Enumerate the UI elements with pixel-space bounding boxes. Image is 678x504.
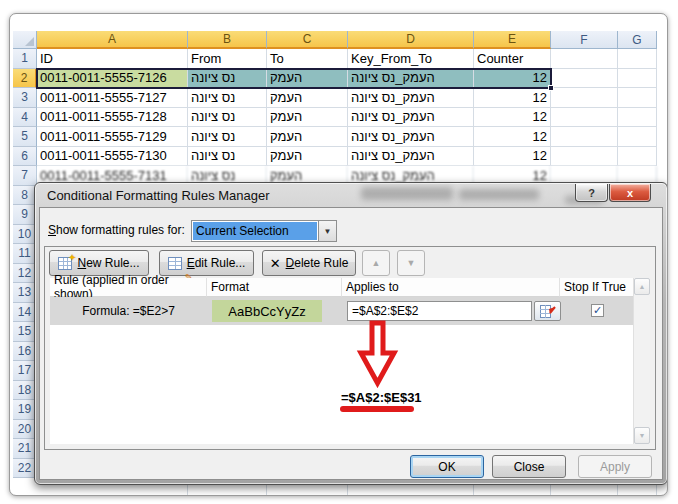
cell-B3[interactable]: נס ציונה xyxy=(188,88,267,108)
column-header-B[interactable]: B xyxy=(188,31,267,49)
range-picker-icon xyxy=(540,305,556,318)
blurred-smudge xyxy=(361,187,453,200)
column-header-D[interactable]: D xyxy=(348,31,474,49)
column-header-A[interactable]: A xyxy=(37,31,188,49)
apply-button[interactable]: Apply xyxy=(578,455,652,478)
annotation-underline xyxy=(340,406,414,412)
edit-rule-icon: ✎ xyxy=(168,257,182,270)
move-rule-up-button[interactable]: ▲ xyxy=(362,250,390,276)
cell-C2[interactable]: העמק xyxy=(267,69,348,89)
range-picker-button[interactable] xyxy=(534,301,561,321)
select-all-icon xyxy=(25,37,34,46)
close-icon[interactable]: x xyxy=(609,184,651,202)
row-header-4[interactable]: 4 xyxy=(13,108,37,128)
column-header-stop-if-true: Stop If True xyxy=(560,278,635,297)
cell-G4[interactable] xyxy=(618,108,657,128)
cell-A2[interactable]: 0011-0011-5555-7126 xyxy=(37,69,188,89)
cell-F4[interactable] xyxy=(551,108,618,128)
cell-D4[interactable]: העמק_נס ציונה xyxy=(348,108,474,128)
cell-C5[interactable]: העמק xyxy=(267,127,348,147)
rules-scope-value: Current Selection xyxy=(193,222,317,240)
annotation-range-text: =$A$2:$E$31 xyxy=(341,390,417,405)
move-up-icon: ▲ xyxy=(372,258,381,268)
move-down-icon: ▼ xyxy=(407,258,416,268)
cell-D3[interactable]: העמק_נס ציונה xyxy=(348,88,474,108)
scroll-up-icon[interactable]: ▲ xyxy=(634,278,650,295)
applies-to-input[interactable]: =$A$2:$E$2 xyxy=(347,301,532,321)
rule-row[interactable]: Formula: =$E2>7 AaBbCcYyZz =$A$2:$E$2 ✓ xyxy=(50,297,635,325)
cell-E2[interactable]: 12 xyxy=(474,69,551,89)
cell-B1[interactable]: From xyxy=(188,49,267,69)
row-header-7[interactable]: 7 xyxy=(13,166,37,186)
cell-C6[interactable]: העמק xyxy=(267,147,348,167)
cell-G3[interactable] xyxy=(618,88,657,108)
column-header-C[interactable]: C xyxy=(267,31,348,49)
column-header-applies-to: Applies to xyxy=(342,278,560,297)
ok-button[interactable]: OK xyxy=(410,455,484,478)
rules-panel: ✦ New Rule... ✎ Edit Rule... ✕ Delete Ru… xyxy=(44,246,656,450)
row-header-2[interactable]: 2 xyxy=(13,69,37,89)
cell-D5[interactable]: העמק_נס ציונה xyxy=(348,127,474,147)
column-header-F[interactable]: F xyxy=(551,31,618,49)
cell-B4[interactable]: נס ציונה xyxy=(188,108,267,128)
chevron-down-icon[interactable]: ▼ xyxy=(318,221,336,241)
scrollbar[interactable]: ▲ ▼ xyxy=(633,278,650,444)
cell-E3[interactable]: 12 xyxy=(474,88,551,108)
rules-scope-dropdown[interactable]: Current Selection ▼ xyxy=(191,220,337,242)
cell-F6[interactable] xyxy=(551,147,618,167)
cell-F5[interactable] xyxy=(551,127,618,147)
show-rules-label: Show formatting rules for: xyxy=(48,223,185,237)
cell-G5[interactable] xyxy=(618,127,657,147)
cell-D1[interactable]: Key_From_To xyxy=(348,49,474,69)
cell-F3[interactable] xyxy=(551,88,618,108)
cell-G6[interactable] xyxy=(618,147,657,167)
cell-G2[interactable] xyxy=(618,69,657,89)
new-rule-label: New Rule... xyxy=(77,256,139,270)
rule-formula: Formula: =$E2>7 xyxy=(50,304,207,318)
cell-C1[interactable]: To xyxy=(267,49,348,69)
column-header-E[interactable]: E xyxy=(474,31,551,49)
column-header-G[interactable]: G xyxy=(618,31,657,49)
dialog-title: Conditional Formatting Rules Manager xyxy=(47,188,270,203)
cell-A1[interactable]: ID xyxy=(37,49,188,69)
cell-F2[interactable] xyxy=(551,69,618,89)
cell-D2[interactable]: העמק_נס ציונה xyxy=(348,69,474,89)
fill-handle[interactable] xyxy=(548,85,554,91)
cell-E4[interactable]: 12 xyxy=(474,108,551,128)
stop-if-true-checkbox[interactable]: ✓ xyxy=(591,304,604,317)
format-preview: AaBbCcYyZz xyxy=(212,300,322,322)
close-button[interactable]: Close xyxy=(492,455,566,478)
scroll-down-icon[interactable]: ▼ xyxy=(634,427,650,444)
cell-B6[interactable]: נס ציונה xyxy=(188,147,267,167)
cell-A5[interactable]: 0011-0011-5555-7129 xyxy=(37,127,188,147)
cell-C4[interactable]: העמק xyxy=(267,108,348,128)
cell-B5[interactable]: נס ציונה xyxy=(188,127,267,147)
select-all-corner[interactable] xyxy=(13,31,37,49)
rules-list: Rule (applied in order shown) Format App… xyxy=(50,278,650,444)
cell-F1[interactable] xyxy=(551,49,618,69)
move-rule-down-button[interactable]: ▼ xyxy=(397,250,425,276)
cell-D6[interactable]: העמק_נס ציונה xyxy=(348,147,474,167)
row-header-6[interactable]: 6 xyxy=(13,147,37,167)
column-header-rule: Rule (applied in order shown) xyxy=(50,278,207,297)
delete-rule-icon: ✕ xyxy=(270,256,281,271)
cell-B2[interactable]: נס ציונה xyxy=(188,69,267,89)
edit-rule-label: Edit Rule... xyxy=(187,256,246,270)
cell-E6[interactable]: 12 xyxy=(474,147,551,167)
conditional-formatting-rules-manager-dialog: Conditional Formatting Rules Manager ? x… xyxy=(34,182,668,485)
row-header-5[interactable]: 5 xyxy=(13,127,37,147)
cell-A6[interactable]: 0011-0011-5555-7130 xyxy=(37,147,188,167)
cell-E5[interactable]: 12 xyxy=(474,127,551,147)
cell-G1[interactable] xyxy=(618,49,657,69)
cell-A4[interactable]: 0011-0011-5555-7128 xyxy=(37,108,188,128)
help-icon[interactable]: ? xyxy=(575,184,608,202)
delete-rule-button[interactable]: ✕ Delete Rule xyxy=(262,250,356,276)
delete-rule-label: Delete Rule xyxy=(286,256,349,270)
row-header-1[interactable]: 1 xyxy=(13,49,37,69)
red-arrow-annotation xyxy=(355,320,401,388)
cell-A3[interactable]: 0011-0011-5555-7127 xyxy=(37,88,188,108)
cell-C3[interactable]: העמק xyxy=(267,88,348,108)
new-rule-icon: ✦ xyxy=(58,257,72,270)
row-header-3[interactable]: 3 xyxy=(13,88,37,108)
cell-E1[interactable]: Counter xyxy=(474,49,551,69)
